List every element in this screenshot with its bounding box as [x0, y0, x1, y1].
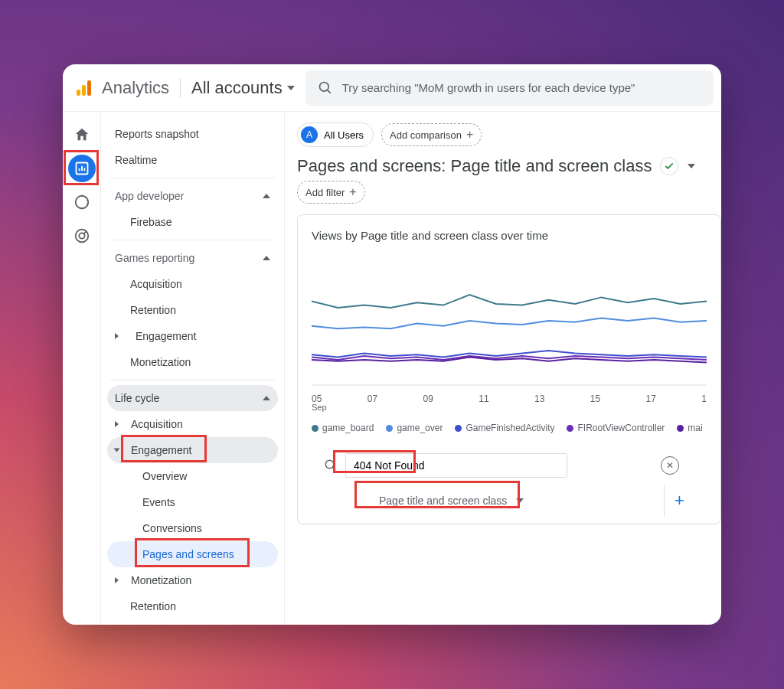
chip-label: All Users	[324, 129, 364, 141]
triangle-right-icon	[115, 421, 119, 427]
page-title: Pages and screens: Page title and screen…	[297, 156, 652, 176]
title-row: Pages and screens: Page title and screen…	[285, 147, 721, 181]
sidebar-games-engagement[interactable]: Engagement	[107, 323, 278, 349]
comparison-row: A All Users Add comparison +	[285, 112, 721, 147]
chart-x-axis: 050709111315171	[312, 389, 707, 404]
section-label: Games reporting	[115, 252, 194, 264]
nav-advertising[interactable]	[68, 222, 96, 250]
button-label: Add comparison	[390, 129, 462, 141]
app-header: Analytics All accounts	[63, 64, 721, 112]
svg-line-1	[327, 90, 330, 93]
brand-label: Analytics	[102, 78, 169, 98]
sidebar-realtime[interactable]: Realtime	[107, 147, 278, 173]
button-label: Add filter	[305, 187, 345, 198]
sidebar-engagement-overview[interactable]: Overview	[107, 463, 278, 489]
sidebar-life-retention[interactable]: Retention	[107, 593, 278, 619]
sidebar-games-acquisition[interactable]: Acquisition	[107, 271, 278, 297]
item-label: Engagement	[131, 444, 191, 456]
item-label: Pages and screens	[142, 548, 234, 560]
svg-line-11	[332, 467, 335, 470]
nav-reports[interactable]	[68, 155, 96, 182]
search-input[interactable]	[342, 81, 701, 94]
analytics-logo-icon	[77, 80, 91, 96]
table-search-row: ✕	[312, 442, 707, 478]
sidebar-engagement-conversions[interactable]: Conversions	[107, 515, 278, 541]
reports-sidebar: Reports snapshot Realtime App developer …	[101, 112, 285, 625]
sidebar-games-monetization[interactable]: Monetization	[107, 349, 278, 375]
status-ok-icon[interactable]	[660, 157, 678, 175]
account-label: All accounts	[191, 78, 283, 98]
nav-home[interactable]	[68, 121, 96, 149]
triangle-down-icon	[114, 449, 120, 452]
sidebar-section-games[interactable]: Games reporting	[107, 245, 278, 271]
triangle-right-icon	[115, 333, 119, 339]
section-label: App developer	[115, 190, 184, 202]
add-comparison-button[interactable]: Add comparison +	[381, 123, 482, 146]
sidebar-section-app-developer[interactable]: App developer	[107, 183, 278, 209]
sidebar-engagement-events[interactable]: Events	[107, 489, 278, 515]
main-content: A All Users Add comparison + Pages and s…	[285, 112, 721, 625]
avatar-icon: A	[301, 126, 318, 143]
sidebar-games-retention[interactable]: Retention	[107, 297, 278, 323]
chevron-down-icon	[516, 498, 524, 503]
sidebar-life-engagement[interactable]: Engagement	[107, 437, 278, 463]
account-selector[interactable]: All accounts	[191, 78, 295, 98]
search-icon	[318, 80, 333, 96]
chevron-down-icon[interactable]	[688, 164, 695, 168]
app-window: Analytics All accounts	[63, 64, 721, 625]
chart-title: Views by Page title and screen class ove…	[312, 229, 707, 242]
segment-chip-all-users[interactable]: A All Users	[297, 122, 374, 147]
sidebar-life-acquisition[interactable]: Acquisition	[107, 411, 278, 437]
chart-legend: game_boardgame_overGameFinishedActivityF…	[312, 416, 707, 442]
search-icon	[324, 459, 338, 472]
sidebar-firebase[interactable]: Firebase	[107, 209, 278, 235]
add-dimension-button[interactable]: +	[664, 485, 694, 516]
dimension-selector[interactable]: Page title and screen class	[370, 488, 533, 513]
chevron-up-icon	[263, 396, 270, 400]
section-label: Life cycle	[115, 392, 159, 404]
sidebar-engagement-pages-screens[interactable]: Pages and screens	[107, 541, 278, 567]
table-search-input[interactable]	[345, 453, 567, 478]
triangle-right-icon	[115, 577, 119, 583]
body: Reports snapshot Realtime App developer …	[63, 112, 721, 625]
add-filter-button[interactable]: Add filter +	[297, 181, 365, 204]
dimension-label: Page title and screen class	[379, 495, 507, 507]
nav-rail	[63, 112, 101, 625]
line-chart: 050709111315171 Sep	[312, 256, 707, 416]
svg-point-10	[325, 460, 334, 469]
item-label: Acquisition	[131, 418, 183, 430]
divider	[180, 78, 181, 98]
sidebar-life-monetization[interactable]: Monetization	[107, 567, 278, 593]
search-bar[interactable]	[305, 70, 714, 106]
plus-icon: +	[349, 185, 356, 199]
svg-point-0	[319, 82, 328, 91]
plus-icon: +	[466, 128, 473, 142]
chevron-up-icon	[263, 256, 270, 260]
sidebar-section-lifecycle[interactable]: Life cycle	[107, 385, 278, 411]
chevron-down-icon	[287, 86, 295, 90]
clear-search-button[interactable]: ✕	[661, 456, 679, 475]
sidebar-reports-snapshot[interactable]: Reports snapshot	[107, 121, 278, 147]
nav-explore[interactable]	[68, 188, 96, 216]
chevron-up-icon	[263, 194, 270, 198]
chart-card: Views by Page title and screen class ove…	[297, 214, 721, 524]
item-label: Monetization	[131, 574, 191, 586]
item-label: Engagement	[136, 330, 196, 342]
dimension-row: Page title and screen class +	[312, 478, 707, 524]
